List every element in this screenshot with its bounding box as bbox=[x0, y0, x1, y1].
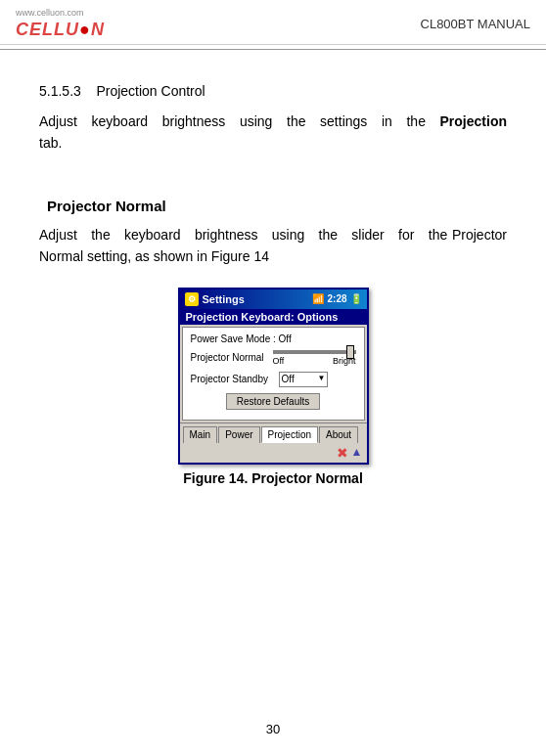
window-tabs: Main Power Projection About bbox=[180, 422, 367, 443]
window-title: Settings bbox=[203, 293, 245, 305]
projector-normal-row: Projector Normal Off Bright bbox=[191, 350, 356, 366]
page-footer: 30 bbox=[0, 722, 546, 736]
window-titlebar: ⚙ Settings 📶 2:28 🔋 bbox=[180, 289, 367, 309]
settings-window: ⚙ Settings 📶 2:28 🔋 Projection Keyboard:… bbox=[178, 288, 369, 465]
window-body: Power Save Mode : Off Projector Normal O… bbox=[182, 327, 365, 421]
standby-select[interactable]: Off bbox=[279, 372, 328, 387]
tab-power[interactable]: Power bbox=[218, 426, 259, 443]
tab-main[interactable]: Main bbox=[183, 426, 218, 443]
window-section-bar: Projection Keyboard: Options bbox=[180, 309, 367, 325]
slider-min-label: Off bbox=[273, 356, 285, 366]
battery-icon: 🔋 bbox=[350, 293, 362, 304]
page-header: www.celluon.com CELLU●N CL800BT MANUAL bbox=[0, 0, 546, 45]
projector-paragraph: Adjust the keyboard brightness using the… bbox=[39, 224, 507, 268]
window-bottom-bar: ✖ ▲ bbox=[180, 443, 367, 463]
manual-title: CL800BT MANUAL bbox=[421, 17, 530, 31]
section-title: Projection Control bbox=[96, 83, 205, 99]
slider-track[interactable] bbox=[273, 350, 356, 354]
titlebar-left: ⚙ Settings bbox=[185, 292, 245, 306]
projector-normal-label: Projector Normal bbox=[191, 352, 273, 363]
restore-defaults-button[interactable]: Restore Defaults bbox=[226, 393, 320, 410]
projection-bold: Projection bbox=[440, 113, 507, 129]
subsection-title: Projector Normal bbox=[47, 198, 507, 214]
up-icon[interactable]: ▲ bbox=[351, 445, 363, 461]
logo: www.celluon.com CELLU●N bbox=[16, 8, 105, 40]
projector-standby-label: Projector Standby bbox=[191, 374, 279, 384]
titlebar-right: 📶 2:28 🔋 bbox=[312, 293, 361, 304]
logo-name: CELLU●N bbox=[16, 20, 105, 39]
intro-paragraph: Adjust keyboard brightness using the set… bbox=[39, 111, 507, 155]
power-save-label: Power Save Mode : bbox=[191, 334, 279, 344]
slider-thumb[interactable] bbox=[346, 345, 354, 359]
clock: 2:28 bbox=[327, 293, 346, 304]
app-icon: ⚙ bbox=[185, 292, 199, 306]
tab-about[interactable]: About bbox=[319, 426, 358, 443]
page-number: 30 bbox=[266, 722, 280, 736]
standby-select-wrap[interactable]: Off ▼ bbox=[279, 372, 328, 387]
signal-icon: 📶 bbox=[312, 293, 324, 304]
power-save-row: Power Save Mode : Off bbox=[191, 334, 356, 344]
main-content: 5.1.5.3 Projection Control Adjust keyboa… bbox=[0, 54, 546, 515]
power-save-value: Off bbox=[279, 334, 292, 344]
header-divider bbox=[0, 49, 546, 50]
slider-labels: Off Bright bbox=[273, 356, 356, 366]
figure-container: ⚙ Settings 📶 2:28 🔋 Projection Keyboard:… bbox=[39, 288, 507, 486]
close-icon[interactable]: ✖ bbox=[337, 445, 348, 461]
tab-projection[interactable]: Projection bbox=[261, 426, 318, 443]
figure-caption: Figure 14. Projector Normal bbox=[183, 470, 363, 486]
slider-area: Off Bright bbox=[273, 350, 356, 366]
section-heading: 5.1.5.3 Projection Control bbox=[39, 83, 507, 99]
projector-standby-row: Projector Standby Off ▼ bbox=[191, 372, 356, 387]
logo-url: www.celluon.com bbox=[16, 8, 105, 18]
section-number: 5.1.5.3 bbox=[39, 83, 81, 99]
